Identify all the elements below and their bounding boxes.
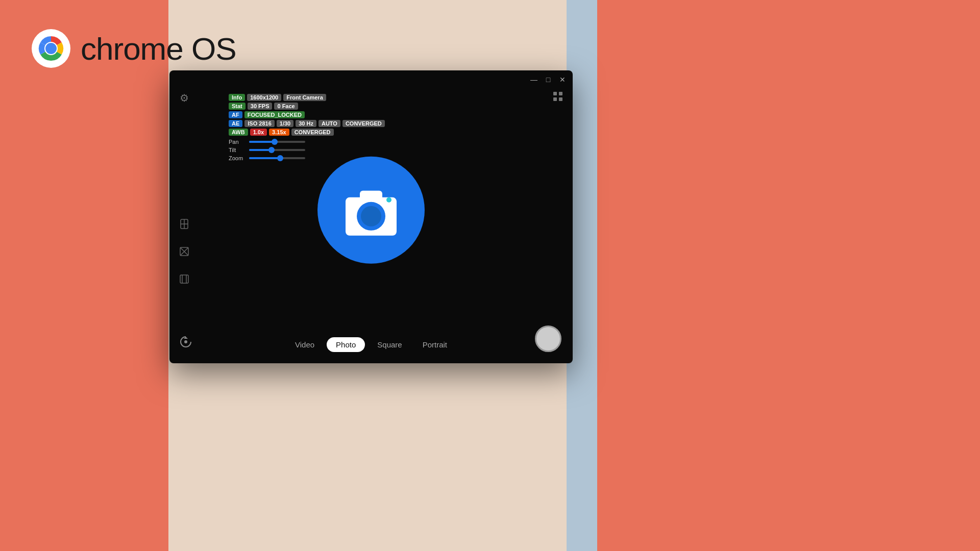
- grid-icon[interactable]: [552, 91, 564, 105]
- info-camera: Front Camera: [283, 94, 326, 101]
- bg-left: [0, 0, 168, 551]
- sidebar-icon-1[interactable]: [179, 218, 190, 232]
- tilt-thumb: [268, 147, 275, 153]
- stat-face: 0 Face: [274, 103, 298, 110]
- ae-shutter: 1/30: [277, 120, 293, 127]
- svg-point-22: [184, 340, 187, 343]
- svg-rect-3: [553, 92, 557, 95]
- ae-converged: CONVERGED: [342, 120, 385, 127]
- svg-rect-5: [553, 97, 557, 101]
- sidebar-icons: [179, 218, 190, 287]
- brand-name: chrome OS: [81, 31, 236, 67]
- rotate-camera-button[interactable]: [179, 335, 193, 352]
- svg-rect-4: [559, 92, 562, 95]
- shutter-button[interactable]: [535, 325, 561, 352]
- tilt-track[interactable]: [249, 149, 305, 151]
- svg-point-2: [45, 43, 57, 54]
- info-resolution: 1600x1200: [247, 94, 281, 101]
- awb-val2: 3.15x: [269, 129, 289, 136]
- svg-rect-6: [559, 97, 562, 101]
- maximize-button[interactable]: □: [544, 76, 552, 84]
- close-button[interactable]: ✕: [558, 76, 567, 84]
- chrome-icon: [31, 28, 71, 69]
- zoom-track[interactable]: [249, 157, 305, 159]
- tab-portrait[interactable]: Portrait: [414, 337, 455, 352]
- tab-photo[interactable]: Photo: [327, 337, 365, 352]
- sidebar-icon-2[interactable]: [179, 246, 190, 259]
- zoom-fill: [249, 157, 280, 159]
- tilt-label: Tilt: [229, 147, 245, 153]
- svg-point-12: [386, 197, 391, 203]
- ae-auto: AUTO: [318, 120, 340, 127]
- svg-rect-19: [180, 275, 188, 283]
- sidebar-icon-3[interactable]: [179, 273, 190, 287]
- zoom-label: Zoom: [229, 155, 245, 161]
- awb-val1: 1.0x: [250, 129, 267, 136]
- mode-tabs: Video Photo Square Portrait: [287, 337, 455, 352]
- stat-fps: 30 FPS: [248, 103, 273, 110]
- pan-fill: [249, 141, 275, 143]
- info-overlay: Info 1600x1200 Front Camera Stat 30 FPS …: [229, 94, 385, 161]
- chrome-os-logo: chrome OS: [31, 28, 236, 69]
- settings-icon[interactable]: ⚙: [180, 92, 189, 104]
- pan-thumb: [272, 139, 278, 145]
- bg-right: [597, 0, 980, 551]
- tab-video[interactable]: Video: [287, 337, 323, 352]
- svg-rect-9: [360, 191, 382, 201]
- ae-iso: ISO 2816: [244, 120, 274, 127]
- title-bar: — □ ✕: [169, 70, 573, 89]
- awb-label: AWB: [229, 129, 248, 136]
- tab-square[interactable]: Square: [369, 337, 410, 352]
- pan-label: Pan: [229, 139, 245, 145]
- camera-placeholder-icon: [315, 154, 427, 268]
- minimize-button[interactable]: —: [530, 76, 538, 84]
- ae-label: AE: [229, 120, 242, 127]
- awb-converged: CONVERGED: [291, 129, 334, 136]
- stat-label: Stat: [229, 103, 246, 110]
- zoom-thumb: [277, 155, 283, 161]
- af-value: FOCUSED_LOCKED: [244, 111, 305, 118]
- ae-hz: 30 Hz: [296, 120, 316, 127]
- info-label: Info: [229, 94, 245, 101]
- pan-track[interactable]: [249, 141, 305, 143]
- af-label: AF: [229, 111, 242, 118]
- camera-window: — □ ✕ ⚙ Info 1600x1200 Front Camera Stat…: [169, 70, 573, 363]
- svg-point-11: [361, 206, 381, 227]
